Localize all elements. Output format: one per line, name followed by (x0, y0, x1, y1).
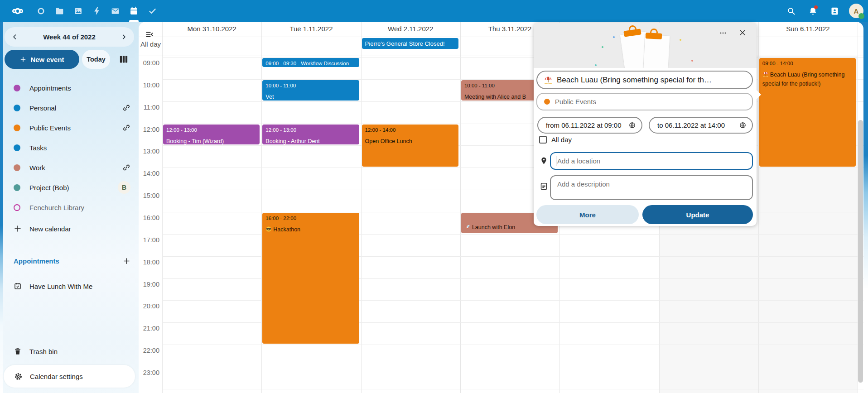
next-week-button[interactable] (120, 33, 129, 42)
share-link-icon[interactable] (122, 163, 130, 172)
more-button[interactable]: More (536, 205, 639, 224)
event-title: Launch with Elon (464, 223, 515, 232)
appointment-item[interactable]: Have Lunch With Me (3, 276, 139, 296)
sidebar-calendar-item[interactable]: Project (Bob)B (3, 177, 139, 197)
share-link-icon[interactable] (122, 104, 130, 112)
new-calendar-button[interactable]: New calendar (3, 219, 139, 239)
beach-umbrella-emoji-icon (762, 71, 769, 77)
calendar-event[interactable]: 12:00 - 13:00Booking - Arthur Dent (262, 125, 359, 145)
appointments-heading: Appointments (14, 257, 123, 265)
event-title: Open Office Lunch (365, 137, 455, 146)
calendar-settings-label: Calendar settings (30, 373, 83, 380)
notifications-icon[interactable] (802, 0, 824, 22)
calendar-color-dot (14, 144, 20, 151)
event-title-input[interactable]: Beach Luau (Bring something special for … (536, 71, 753, 89)
topbar: A (0, 0, 868, 22)
calendar-color-dot (14, 184, 20, 191)
grid-hour-line (162, 168, 863, 168)
activity-icon[interactable] (87, 0, 106, 22)
nextcloud-logo[interactable] (4, 0, 32, 22)
popup-illustration (534, 23, 757, 68)
time-axis-label: 14:00 (139, 170, 159, 177)
description-input[interactable] (550, 175, 753, 200)
calendar-name: Public Events (29, 124, 122, 132)
new-calendar-label: New calendar (29, 225, 71, 233)
online-status-icon (858, 13, 864, 19)
new-event-button[interactable]: New event (5, 50, 79, 69)
more-actions-icon[interactable] (717, 27, 729, 40)
grid-hour-line (162, 389, 863, 389)
text-cursor (556, 156, 556, 166)
calendar-settings-button[interactable]: Calendar settings (4, 365, 135, 388)
event-title: Hackathon (265, 225, 356, 234)
calendar-select-label: Public Events (555, 98, 596, 105)
grid-hour-line (162, 124, 863, 124)
calendar-event[interactable]: 16:00 - 22:00Hackathon (262, 213, 359, 344)
sidebar-calendar-item[interactable]: Personal (3, 98, 139, 118)
sidebar-calendar-item[interactable]: Tasks (3, 138, 139, 158)
background-left-edge (0, 22, 3, 393)
event-title-text: Beach Luau (Bring something special for … (557, 76, 712, 85)
grid-hour-line (162, 101, 863, 102)
event-editor-popup: Beach Luau (Bring something special for … (534, 23, 757, 226)
search-icon[interactable] (780, 0, 802, 22)
app-navigation (4, 0, 162, 22)
end-datetime-input[interactable]: to 06.11.2022 at 14:00 (649, 117, 753, 134)
vertical-scrollbar[interactable] (858, 120, 863, 383)
calendar-event[interactable]: 10:00 - 11:00Vet (262, 80, 359, 101)
all-day-checkbox[interactable]: All day (539, 136, 572, 144)
sidebar-calendar-item[interactable]: Work (3, 158, 139, 177)
day-header[interactable]: Sun 6.11.2022 (758, 25, 858, 35)
event-time: 16:00 - 22:00 (265, 215, 356, 221)
week-label: Week 44 of 2022 (43, 33, 96, 41)
time-axis-label: 17:00 (139, 236, 159, 244)
event-title: Pierre's General Store Closed! (365, 39, 455, 48)
close-icon[interactable] (736, 26, 749, 40)
grid-hour-line (162, 190, 863, 190)
circles-icon[interactable] (32, 0, 50, 22)
calendar-name: Work (29, 164, 122, 172)
sidebar-calendar-item[interactable]: Appointments (3, 78, 139, 98)
description-icon (540, 182, 548, 191)
tasks-icon[interactable] (143, 0, 162, 22)
calendar-event[interactable]: 12:00 - 13:00Booking - Tim (Wizard) (163, 125, 260, 145)
add-appointment-button[interactable] (123, 257, 130, 265)
day-header[interactable]: Mon 31.10.2022 (162, 25, 261, 35)
contacts-icon[interactable] (824, 0, 845, 22)
photos-icon[interactable] (69, 0, 87, 22)
calendar-icon[interactable] (125, 0, 143, 22)
trash-icon (14, 347, 22, 355)
grid-hour-line (162, 79, 863, 80)
day-header[interactable]: Tue 1.11.2022 (261, 25, 361, 35)
calendar-color-dot (14, 125, 20, 131)
day-header[interactable]: Wed 2.11.2022 (361, 25, 460, 35)
calendar-color-dot (544, 99, 550, 105)
time-axis-label: 21:00 (139, 325, 159, 332)
trash-bin-label: Trash bin (29, 348, 58, 355)
grid-column-line (758, 22, 759, 393)
calendar-event[interactable]: 12:00 - 14:00Open Office Lunch (362, 125, 458, 167)
share-link-icon[interactable] (122, 124, 130, 132)
today-button[interactable]: Today (82, 50, 110, 69)
calendar-check-icon (14, 282, 22, 290)
previous-week-button[interactable] (10, 33, 19, 42)
sidebar-calendar-item[interactable]: Fenchurch Library (3, 197, 139, 217)
avatar[interactable]: A (849, 4, 863, 18)
files-icon[interactable] (50, 0, 69, 22)
event-time: 09:00 - 09:30 - Workflow Discussion (265, 60, 356, 67)
allday-event[interactable]: Pierre's General Store Closed! (362, 38, 458, 49)
view-columns-icon[interactable] (118, 53, 130, 65)
start-datetime-input[interactable]: from 06.11.2022 at 09:00 (537, 117, 642, 134)
mail-icon[interactable] (106, 0, 125, 22)
timezone-globe-icon (628, 121, 636, 129)
sharee-avatar: B (118, 181, 130, 194)
gear-icon (14, 372, 23, 381)
calendar-event[interactable]: 09:00 - 14:00Beach Luau (Bring something… (759, 58, 856, 167)
calendar-event[interactable]: 09:00 - 09:30 - Workflow Discussion (262, 58, 359, 67)
location-input[interactable] (550, 152, 753, 170)
trash-bin-button[interactable]: Trash bin (3, 341, 139, 361)
update-button[interactable]: Update (642, 205, 753, 224)
collapse-sidebar-icon[interactable] (145, 30, 154, 37)
calendar-select[interactable]: Public Events (536, 93, 753, 110)
sidebar-calendar-item[interactable]: Public Events (3, 118, 139, 138)
